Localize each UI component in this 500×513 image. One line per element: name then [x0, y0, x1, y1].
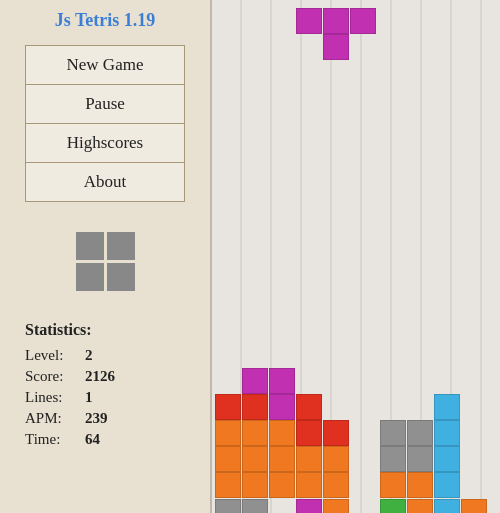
block [380, 472, 406, 498]
block [242, 472, 268, 498]
block [323, 472, 349, 498]
game-board[interactable] [210, 0, 500, 513]
highscores-button[interactable]: Highscores [26, 124, 184, 163]
left-panel: Js Tetris 1.19 New Game Pause Highscores… [0, 0, 210, 513]
menu-box: New Game Pause Highscores About [25, 45, 185, 202]
block [434, 446, 460, 472]
pause-button[interactable]: Pause [26, 85, 184, 124]
block [269, 446, 295, 472]
apm-row: APM: 239 [25, 410, 185, 427]
stats-title: Statistics: [25, 321, 185, 339]
block [296, 8, 322, 34]
block [407, 420, 433, 446]
preview-cell-1 [76, 232, 104, 260]
level-label: Level: [25, 347, 85, 364]
block [215, 446, 241, 472]
time-label: Time: [25, 431, 85, 448]
stats-area: Statistics: Level: 2 Score: 2126 Lines: … [25, 321, 185, 452]
time-value: 64 [85, 431, 100, 448]
block [215, 499, 241, 513]
block [461, 499, 487, 513]
block [242, 446, 268, 472]
block [296, 472, 322, 498]
apm-label: APM: [25, 410, 85, 427]
preview-cell-4 [107, 263, 135, 291]
block [323, 8, 349, 34]
block [434, 394, 460, 420]
block [215, 472, 241, 498]
block [296, 499, 322, 513]
time-row: Time: 64 [25, 431, 185, 448]
level-row: Level: 2 [25, 347, 185, 364]
block [242, 420, 268, 446]
block [269, 472, 295, 498]
block [269, 394, 295, 420]
block [242, 394, 268, 420]
preview-cell-3 [76, 263, 104, 291]
score-value: 2126 [85, 368, 115, 385]
block [380, 499, 406, 513]
block [323, 420, 349, 446]
block [407, 472, 433, 498]
block [380, 446, 406, 472]
block [407, 446, 433, 472]
block [434, 472, 460, 498]
block [242, 499, 268, 513]
block [434, 499, 460, 513]
apm-value: 239 [85, 410, 108, 427]
block [269, 368, 295, 394]
new-game-button[interactable]: New Game [26, 46, 184, 85]
lines-label: Lines: [25, 389, 85, 406]
score-label: Score: [25, 368, 85, 385]
block [215, 420, 241, 446]
block [296, 446, 322, 472]
preview-cell-2 [107, 232, 135, 260]
lines-row: Lines: 1 [25, 389, 185, 406]
block [269, 420, 295, 446]
block [296, 420, 322, 446]
block [434, 420, 460, 446]
block [215, 394, 241, 420]
about-button[interactable]: About [26, 163, 184, 201]
app-title: Js Tetris 1.19 [55, 10, 156, 31]
block [380, 420, 406, 446]
block [323, 446, 349, 472]
block [242, 368, 268, 394]
block [407, 499, 433, 513]
block [323, 34, 349, 60]
block [323, 499, 349, 513]
level-value: 2 [85, 347, 93, 364]
score-row: Score: 2126 [25, 368, 185, 385]
lines-value: 1 [85, 389, 93, 406]
next-piece-preview [76, 232, 135, 291]
block [350, 8, 376, 34]
block [296, 394, 322, 420]
preview-grid [76, 232, 135, 291]
